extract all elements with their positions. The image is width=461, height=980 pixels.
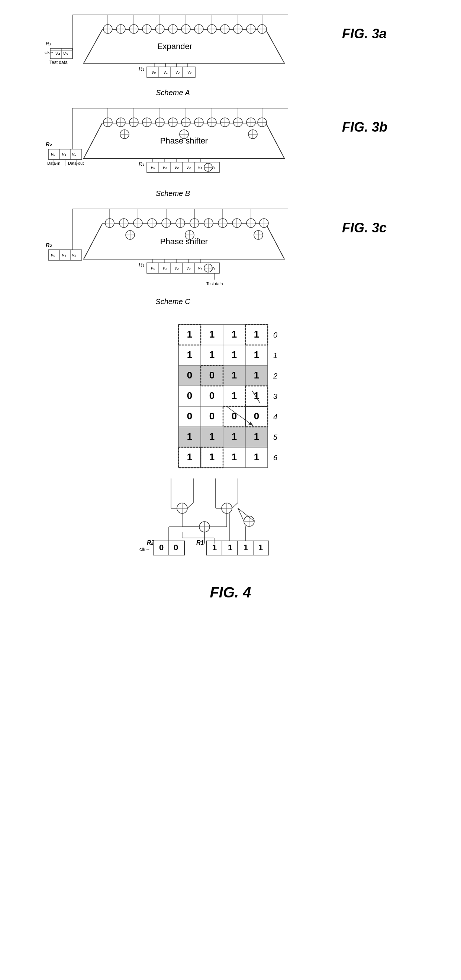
- svg-text:clk→: clk→: [140, 547, 150, 552]
- svg-text:v₂: v₂: [72, 152, 76, 157]
- fig3b-diagram: v₀ v₁ v₂ R₂ Data-in Data-out Phase shift…: [15, 105, 331, 198]
- svg-text:R₂: R₂: [46, 41, 51, 46]
- fig3a-svg: v₄ v₅ R₂ clk→ Test data Expander: [43, 11, 303, 86]
- svg-text:1: 1: [273, 351, 277, 360]
- fig4-grid-svg: 1 1 1 1 1 1 1 1 0 0 1 1 0 0: [160, 321, 301, 477]
- svg-text:1: 1: [254, 451, 259, 463]
- svg-text:4: 4: [273, 413, 277, 421]
- svg-text:1: 1: [258, 543, 263, 552]
- page-container: v₄ v₅ R₂ clk→ Test data Expander: [0, 0, 461, 612]
- fig4-section: 1 1 1 1 1 1 1 1 0 0 1 1 0 0: [15, 321, 446, 601]
- svg-text:v₅: v₅: [63, 51, 68, 56]
- svg-text:v₀: v₀: [151, 165, 155, 170]
- svg-text:1: 1: [254, 390, 259, 401]
- svg-text:0: 0: [209, 369, 215, 381]
- svg-text:0: 0: [159, 543, 164, 552]
- svg-text:v₁: v₁: [164, 70, 168, 75]
- svg-text:1: 1: [254, 349, 259, 360]
- svg-text:v₂: v₂: [72, 253, 76, 258]
- svg-text:v₂: v₂: [175, 70, 180, 75]
- svg-text:1: 1: [232, 349, 237, 360]
- svg-line-333: [238, 508, 244, 521]
- svg-text:1: 1: [232, 451, 237, 463]
- fig4-bottom: R2 clk→ 0 0 R1 1 1 1 1: [138, 479, 323, 577]
- svg-text:1: 1: [228, 543, 232, 552]
- svg-text:Expander: Expander: [157, 41, 192, 51]
- svg-text:v₀: v₀: [151, 266, 155, 270]
- svg-text:1: 1: [254, 329, 259, 340]
- fig3b-section: v₀ v₁ v₂ R₂ Data-in Data-out Phase shift…: [15, 105, 446, 198]
- svg-text:v₀: v₀: [51, 152, 56, 157]
- svg-text:clk→: clk→: [45, 50, 54, 55]
- fig4-grid: 1 1 1 1 1 1 1 1 0 0 1 1 0 0: [160, 321, 301, 479]
- svg-text:2: 2: [273, 372, 277, 380]
- svg-text:v₃: v₃: [187, 266, 191, 270]
- svg-text:0: 0: [187, 390, 192, 401]
- svg-text:Data-out: Data-out: [68, 161, 84, 165]
- svg-text:1: 1: [232, 329, 237, 340]
- svg-text:0: 0: [209, 390, 215, 401]
- svg-text:1: 1: [243, 543, 248, 552]
- svg-text:0: 0: [273, 331, 277, 339]
- svg-text:v₅: v₅: [211, 165, 216, 170]
- fig3c-section: v₀ v₁ v₂ R₂ Phase shifter: [15, 205, 446, 306]
- svg-text:R₂: R₂: [46, 141, 52, 147]
- svg-text:R1: R1: [196, 539, 204, 546]
- svg-text:0: 0: [187, 369, 192, 381]
- svg-text:1: 1: [209, 451, 215, 463]
- svg-text:v₄: v₄: [56, 51, 60, 56]
- svg-text:v₁: v₁: [163, 266, 167, 270]
- svg-text:1: 1: [212, 543, 217, 552]
- svg-text:0: 0: [254, 410, 259, 422]
- fig3c-diagram: v₀ v₁ v₂ R₂ Phase shifter: [15, 205, 331, 306]
- fig3a-scheme-label: Scheme A: [156, 89, 190, 97]
- fig3a-diagram: v₄ v₅ R₂ clk→ Test data Expander: [15, 11, 331, 97]
- svg-text:Phase shifter: Phase shifter: [160, 237, 208, 246]
- svg-line-320: [232, 503, 238, 508]
- svg-text:1: 1: [187, 431, 192, 442]
- svg-text:v₅: v₅: [211, 266, 216, 270]
- fig3a-xor-area: v₄ v₅ R₂ clk→ Test data Expander: [43, 11, 303, 86]
- fig3a-label: FIG. 3a: [342, 26, 387, 41]
- fig3b-xor-area: v₀ v₁ v₂ R₂ Data-in Data-out Phase shift…: [43, 105, 303, 186]
- svg-text:v₄: v₄: [198, 165, 202, 170]
- fig3b-svg: v₀ v₁ v₂ R₂ Data-in Data-out Phase shift…: [43, 105, 303, 186]
- svg-text:R₁: R₁: [139, 66, 145, 72]
- svg-text:v₂: v₂: [175, 165, 179, 170]
- fig3c-xor-area: v₀ v₁ v₂ R₂ Phase shifter: [43, 205, 303, 294]
- fig3c-label: FIG. 3c: [342, 220, 387, 236]
- svg-text:0: 0: [209, 410, 215, 422]
- svg-text:v₃: v₃: [188, 70, 192, 75]
- svg-text:v₂: v₂: [175, 266, 179, 270]
- svg-text:0: 0: [173, 543, 178, 552]
- svg-text:Test data: Test data: [206, 282, 223, 286]
- svg-text:Test data: Test data: [49, 60, 68, 65]
- fig3a-section: v₄ v₅ R₂ clk→ Test data Expander: [15, 11, 446, 97]
- svg-text:3: 3: [273, 392, 277, 400]
- svg-text:v₀: v₀: [51, 253, 56, 258]
- svg-text:v₀: v₀: [152, 70, 156, 75]
- svg-text:1: 1: [232, 431, 237, 442]
- svg-text:1: 1: [209, 329, 215, 340]
- svg-text:1: 1: [232, 369, 237, 381]
- svg-text:v₄: v₄: [198, 266, 202, 270]
- svg-text:6: 6: [273, 453, 278, 462]
- svg-text:1: 1: [187, 349, 192, 360]
- svg-text:1: 1: [254, 369, 259, 381]
- svg-line-314: [188, 503, 193, 508]
- fig4-connections-svg: R2 clk→ 0 0 R1 1 1 1 1: [138, 479, 323, 575]
- svg-text:v₁: v₁: [163, 165, 167, 170]
- svg-text:R₁: R₁: [139, 262, 145, 268]
- fig3b-label: FIG. 3b: [342, 119, 387, 135]
- svg-text:1: 1: [187, 329, 192, 340]
- svg-text:R₂: R₂: [46, 242, 52, 248]
- svg-text:1: 1: [187, 451, 192, 463]
- svg-text:1: 1: [209, 431, 215, 442]
- svg-text:1: 1: [254, 431, 259, 442]
- svg-text:0: 0: [187, 410, 192, 422]
- fig3c-svg: v₀ v₁ v₂ R₂ Phase shifter: [43, 205, 303, 294]
- svg-text:R₁: R₁: [139, 161, 145, 167]
- fig4-content: 1 1 1 1 1 1 1 1 0 0 1 1 0 0: [160, 321, 301, 479]
- fig3b-scheme-label: Scheme B: [156, 189, 190, 198]
- fig3c-scheme-label: Scheme C: [156, 298, 190, 306]
